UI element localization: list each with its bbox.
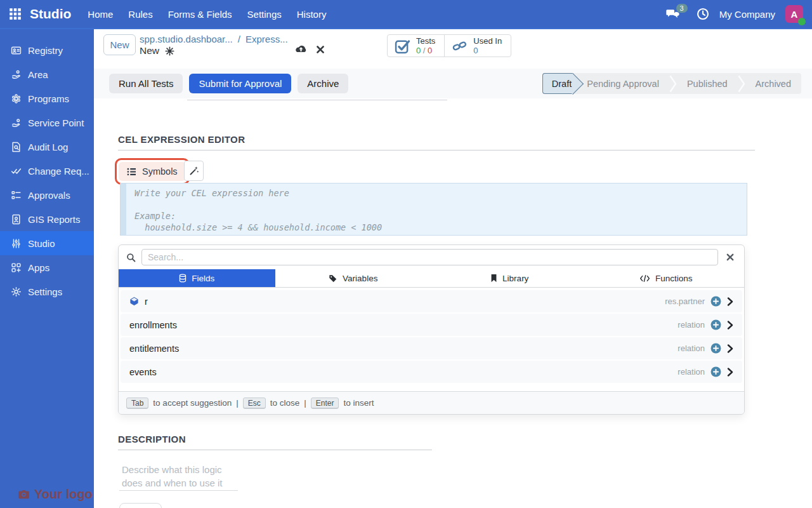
apps-menu-icon[interactable] (9, 8, 22, 20)
sidebar-item-service-point[interactable]: Service Point (0, 110, 94, 135)
cube-icon (129, 297, 139, 306)
stage-draft[interactable]: Draft (542, 73, 573, 94)
online-status-dot (798, 18, 806, 25)
archive-button[interactable]: Archive (298, 74, 348, 93)
sidebar-item-approvals[interactable]: Approvals (0, 183, 94, 207)
wand-icon (189, 166, 199, 176)
editor-placeholder: Write your CEL expression here Example: … (126, 184, 390, 235)
unsaved-changes-indicator (294, 44, 325, 54)
report-person-icon (10, 214, 22, 225)
document-search-icon (10, 142, 22, 152)
bookmark-icon (490, 274, 497, 283)
partial-bottom-button[interactable] (119, 503, 162, 508)
search-input[interactable] (141, 249, 718, 265)
kbd-enter: Enter (311, 398, 339, 409)
sidebar-item-apps[interactable]: Apps (0, 255, 94, 279)
breadcrumb-current-link[interactable]: Express... (246, 34, 288, 44)
sidebar-item-studio[interactable]: Studio (0, 231, 94, 255)
sidebar-item-audit-log[interactable]: Audit Log (0, 135, 94, 159)
sidebar-item-label: Registry (28, 45, 63, 56)
nav-rules[interactable]: Rules (121, 9, 160, 20)
sidebar-item-label: Apps (28, 262, 49, 273)
messages-count-badge: 3 (676, 4, 688, 13)
expand-chevron-icon[interactable] (727, 344, 733, 353)
sidebar-item-gis-reports[interactable]: GIS Reports (0, 207, 94, 231)
field-type: res.partner (665, 297, 705, 306)
field-name: events (129, 367, 157, 377)
used-in-stat-button[interactable]: Used In 0 (444, 35, 511, 57)
user-avatar[interactable]: A (785, 5, 803, 23)
company-menu[interactable]: My Company (719, 9, 775, 20)
cel-section-divider (118, 150, 755, 150)
sidebar-item-programs[interactable]: Programs (0, 86, 94, 110)
new-record-button[interactable]: New (103, 34, 136, 55)
symbols-button[interactable]: Symbols (119, 162, 186, 181)
activity-clock-icon[interactable] (697, 8, 709, 20)
insert-plus-icon[interactable] (710, 296, 721, 307)
tests-value: 0 / 0 (416, 46, 435, 55)
save-cloud-icon[interactable] (294, 44, 308, 54)
status-pipeline: Draft Pending Approval Published Archive… (542, 73, 801, 94)
hand-service-icon (10, 117, 22, 128)
expand-chevron-icon[interactable] (727, 321, 733, 330)
magic-wand-button[interactable] (184, 161, 204, 181)
symbols-suggestion-panel: Fields Variables Library (118, 244, 745, 415)
expand-chevron-icon[interactable] (727, 368, 733, 377)
suggestion-row-r[interactable]: r res.partner (121, 290, 742, 312)
submit-for-approval-button[interactable]: Submit for Approval (189, 74, 291, 93)
run-all-tests-button[interactable]: Run All Tests (109, 74, 183, 93)
nav-settings[interactable]: Settings (240, 9, 289, 20)
tab-fields[interactable]: Fields (119, 269, 275, 287)
suggestion-row-events[interactable]: events relation (121, 361, 742, 383)
cel-expression-input[interactable]: Write your CEL expression here Example: … (120, 183, 747, 236)
list-icon (127, 168, 136, 176)
insert-plus-icon[interactable] (710, 319, 721, 330)
record-actions-gear-icon[interactable] (165, 46, 174, 56)
navbar-left: Studio Home Rules Forms & Fields Setting… (0, 6, 334, 22)
stage-published[interactable]: Published (677, 73, 738, 94)
kbd-esc: Esc (243, 398, 266, 409)
double-check-icon (10, 166, 22, 177)
nav-home[interactable]: Home (80, 9, 121, 20)
nav-forms-fields[interactable]: Forms & Fields (160, 9, 240, 20)
tab-label: Variables (343, 274, 377, 283)
record-name: New (140, 45, 159, 57)
gear-icon (10, 286, 22, 297)
tab-label: Library (502, 274, 528, 283)
insert-plus-icon[interactable] (710, 366, 721, 377)
kbd-tab: Tab (126, 398, 148, 409)
field-type: relation (678, 344, 705, 353)
sidebar-item-settings[interactable]: Settings (0, 279, 94, 304)
suggestion-row-entitlements[interactable]: entitlements relation (121, 337, 742, 359)
messages-button[interactable]: 3 (665, 9, 680, 20)
sidebar-item-registry[interactable]: Registry (0, 38, 94, 62)
sidebar-item-label: Programs (28, 93, 69, 104)
tests-stat-button[interactable]: Tests 0 / 0 (388, 35, 444, 57)
stage-archived[interactable]: Archived (745, 73, 801, 94)
code-icon (639, 274, 650, 283)
stat-buttons: Tests 0 / 0 Used In 0 (387, 34, 511, 57)
sidebar-item-area[interactable]: Area (0, 62, 94, 86)
close-panel-button[interactable] (724, 251, 737, 264)
tag-icon (329, 274, 337, 283)
insert-plus-icon[interactable] (710, 343, 721, 354)
tab-library[interactable]: Library (431, 269, 588, 287)
description-section-divider (118, 450, 432, 450)
record-title-row: New (140, 45, 174, 57)
sidebar-item-change-requests[interactable]: Change Req... (0, 159, 94, 183)
breadcrumb-root-link[interactable]: spp.studio.dashboar... (140, 34, 233, 44)
description-section-title: DESCRIPTION (118, 434, 186, 444)
expand-chevron-icon[interactable] (727, 297, 733, 306)
app-brand[interactable]: Studio (30, 6, 71, 22)
top-navbar: Studio Home Rules Forms & Fields Setting… (0, 0, 812, 29)
stage-pending-approval[interactable]: Pending Approval (573, 73, 669, 94)
company-logo-placeholder[interactable]: Your logo (18, 487, 93, 502)
nav-history[interactable]: History (289, 9, 334, 20)
discard-x-icon[interactable] (316, 45, 325, 54)
tab-functions[interactable]: Functions (588, 269, 745, 287)
symbols-annotation-ring: Symbols (115, 158, 190, 185)
suggestion-row-enrollments[interactable]: enrollments relation (121, 314, 742, 336)
field-name: enrollments (129, 320, 177, 330)
tab-variables[interactable]: Variables (275, 269, 432, 287)
description-textarea[interactable]: Describe what this logic does and when t… (122, 463, 235, 490)
